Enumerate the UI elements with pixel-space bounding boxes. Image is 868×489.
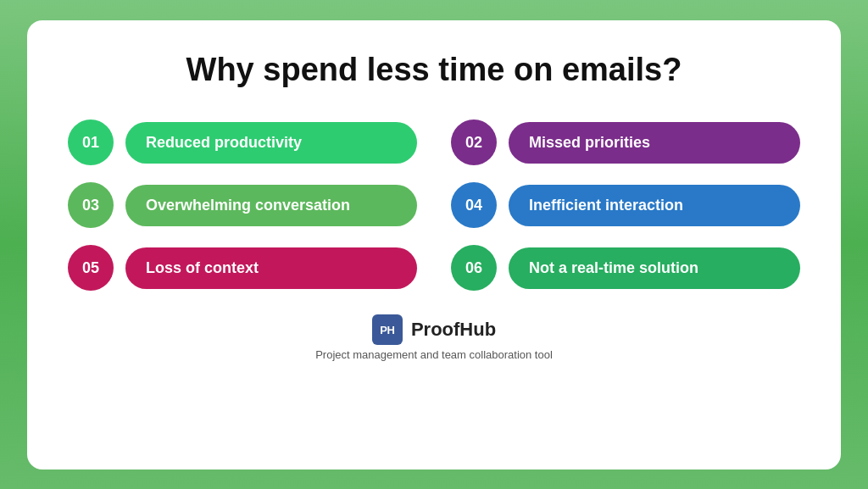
list-item: 05Loss of context <box>68 245 417 291</box>
item-pill: Reduced productivity <box>125 122 417 164</box>
main-card: Why spend less time on emails? 01Reduced… <box>27 20 841 470</box>
footer: PH ProofHub Project management and team … <box>315 314 553 361</box>
item-badge: 04 <box>451 182 497 228</box>
list-item: 06Not a real-time solution <box>451 245 800 291</box>
item-badge: 06 <box>451 245 497 291</box>
page-title: Why spend less time on emails? <box>186 51 682 90</box>
brand-name: ProofHub <box>411 319 496 341</box>
item-pill: Not a real-time solution <box>509 247 800 289</box>
item-badge: 01 <box>68 119 114 165</box>
list-item: 02Missed priorities <box>451 119 800 165</box>
list-item: 04Inefficient interaction <box>451 182 800 228</box>
ph-logo: PH <box>372 314 403 345</box>
item-pill: Overwhelming conversation <box>125 185 417 226</box>
tagline: Project management and team collaboratio… <box>315 348 553 361</box>
item-badge: 05 <box>68 245 114 291</box>
item-pill: Loss of context <box>125 247 417 289</box>
item-pill: Inefficient interaction <box>509 185 800 226</box>
item-badge: 03 <box>68 182 114 228</box>
list-item: 01Reduced productivity <box>68 119 417 165</box>
brand-row: PH ProofHub <box>372 314 496 345</box>
item-badge: 02 <box>451 119 497 165</box>
item-pill: Missed priorities <box>509 122 800 164</box>
list-item: 03Overwhelming conversation <box>68 182 417 228</box>
items-grid: 01Reduced productivity02Missed prioritie… <box>68 119 800 291</box>
